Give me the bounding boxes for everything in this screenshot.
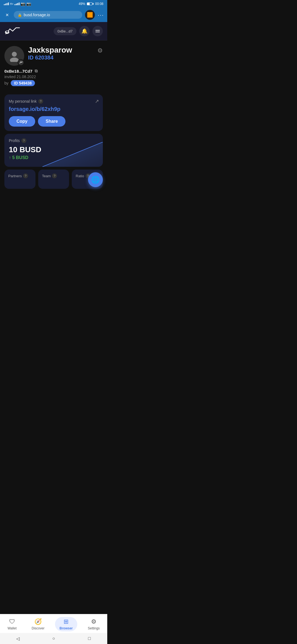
instagram-icon-2: 📷 (26, 2, 31, 6)
browser-url-bar[interactable]: 🔒 busd.forsage.io (14, 11, 82, 19)
wallet-address-badge[interactable]: 0xBe...d7 (54, 27, 76, 35)
hamburger-menu-button[interactable] (92, 26, 103, 36)
globe-fab-button[interactable]: 🌐 (88, 172, 103, 187)
bell-icon: 🔔 (81, 28, 87, 34)
team-help[interactable]: ? (52, 173, 57, 178)
profile-top: Jaxksparow ID 620384 ⚙ (4, 46, 103, 66)
team-label: Team (42, 174, 51, 178)
svg-point-2 (10, 58, 19, 62)
link-card-header: My personal link ? (9, 99, 98, 104)
external-link-button[interactable]: ↗ (95, 98, 99, 104)
profits-chart (42, 142, 103, 167)
header-right: 0xBe...d7 🔔 (54, 26, 103, 36)
lock-icon: 🔒 (18, 13, 22, 17)
partners-header: Partners ? (8, 173, 32, 178)
partners-help[interactable]: ? (23, 173, 28, 178)
ratio-label: Ratio (76, 174, 84, 178)
browser-bar: × 🔒 busd.forsage.io 🟧 ··· (0, 8, 107, 22)
personal-link-url[interactable]: forsage.io/b/62xh9p (9, 106, 98, 112)
copy-address-button[interactable]: ⧉ (35, 69, 38, 73)
more-options-button[interactable]: ··· (98, 12, 104, 18)
link-actions: Copy Share (9, 116, 98, 127)
battery-percentage: 49% (79, 2, 85, 6)
copy-button[interactable]: Copy (9, 116, 35, 127)
logo-svg (4, 26, 21, 36)
avatar-badge-icon (19, 61, 23, 64)
status-bar: H+ 📷 📷 49% 00:08 (0, 0, 107, 8)
signal-bars-1 (4, 2, 9, 5)
browser-close-button[interactable]: × (3, 12, 11, 18)
avatar-badge (18, 59, 24, 66)
notification-button[interactable]: 🔔 (79, 26, 90, 36)
partners-card: Partners ? (4, 170, 35, 189)
status-right: 49% 00:08 (79, 2, 103, 6)
wallet-full-address: 0xBe18...7Cd7 ⧉ (4, 69, 103, 73)
partners-label: Partners (8, 174, 22, 178)
clock: 00:08 (95, 2, 103, 6)
personal-link-help[interactable]: ? (38, 99, 43, 104)
team-header: Team ? (42, 173, 65, 178)
status-left: H+ 📷 📷 (4, 2, 31, 6)
app-header: 0xBe...d7 🔔 (0, 22, 107, 40)
invited-date: invited 21.08.2022 (4, 75, 103, 79)
menu-line-2 (95, 32, 100, 32)
app-logo (4, 26, 21, 36)
profits-card: Profits ? 10 BUSD ↑ 5 BUSD (4, 134, 103, 167)
personal-link-label: My personal link (9, 99, 37, 103)
invited-by-line: by ID 549438 (4, 80, 103, 86)
profits-help[interactable]: ? (21, 138, 26, 143)
settings-button[interactable]: ⚙ (97, 47, 103, 54)
profile-info: Jaxksparow ID 620384 (28, 46, 94, 61)
avatar-wrap (4, 46, 24, 66)
svg-point-1 (12, 52, 17, 57)
main-content: Jaxksparow ID 620384 ⚙ 0xBe18...7Cd7 ⧉ i… (0, 40, 107, 225)
profile-section: Jaxksparow ID 620384 ⚙ 0xBe18...7Cd7 ⧉ i… (0, 40, 107, 92)
profits-label: Profits (9, 138, 20, 143)
profile-username: Jaxksparow (28, 46, 94, 54)
stats-wrap: Partners ? Team ? Ratio ? (0, 170, 107, 189)
profile-id[interactable]: ID 620384 (28, 54, 94, 61)
url-text: busd.forsage.io (24, 13, 50, 17)
network-type: H+ (10, 2, 13, 6)
browser-actions: 🟧 ··· (85, 10, 104, 20)
cube-icon[interactable]: 🟧 (85, 10, 95, 20)
personal-link-card: My personal link ? ↗ forsage.io/b/62xh9p… (4, 94, 103, 131)
instagram-icon: 📷 (21, 2, 25, 6)
inviter-badge[interactable]: ID 549438 (11, 80, 35, 86)
menu-line-1 (95, 30, 100, 31)
share-button[interactable]: Share (38, 116, 65, 127)
team-card: Team ? (38, 170, 69, 189)
signal-bars-2 (15, 2, 20, 5)
invited-by-label: by (4, 81, 9, 85)
battery-icon (87, 2, 94, 5)
